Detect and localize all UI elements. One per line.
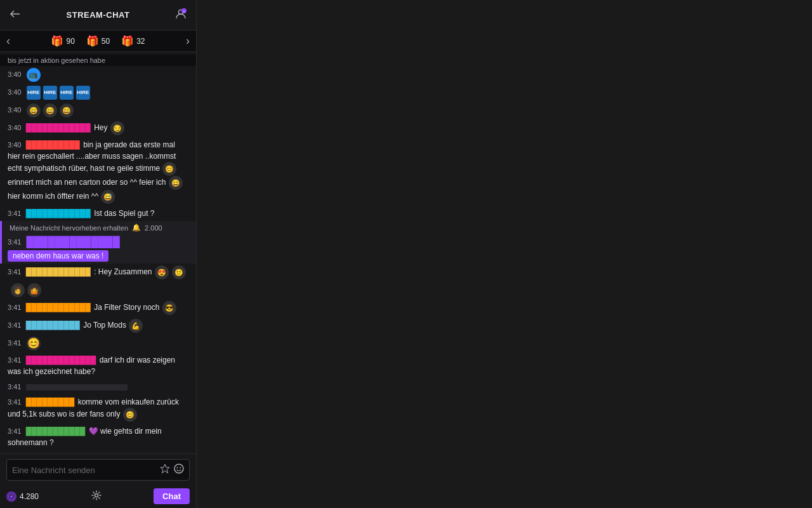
svg-text:+: + <box>183 10 185 13</box>
emote-icon: 😎 <box>162 301 176 315</box>
msg-username: ████████████ <box>26 267 91 276</box>
msg-time: 3:41 <box>8 268 21 276</box>
msg-text: Ja Filter Story noch <box>94 303 162 312</box>
gift-item-3[interactable]: 🎁 32 <box>121 35 145 47</box>
message-row: 3:40 ████████████ Hey 😏 <box>0 119 196 137</box>
gift-bar: ‹ 🎁 90 🎁 50 🎁 32 › <box>0 30 196 52</box>
highlighted-text: neben dem haus war was ! <box>8 250 108 262</box>
message-row: 3:41 █████████████ darf ich dir was zeig… <box>0 352 196 379</box>
emote-icon: 🙂 <box>172 265 186 279</box>
svg-point-9 <box>95 493 98 497</box>
gift-count-1: 90 <box>66 37 74 46</box>
settings-icon[interactable] <box>91 490 102 503</box>
gift-icon-1: 🎁 <box>51 35 63 47</box>
gift-item-2[interactable]: 🎁 50 <box>86 35 110 47</box>
viewer-number: 4.280 <box>20 492 39 501</box>
gift-count-3: 32 <box>136 37 145 46</box>
chat-messages: bis jetzt in aktion gesehen habe 3:40 📺 … <box>0 52 196 453</box>
msg-time: 3:41 <box>8 383 21 391</box>
highlight-bell-icon: 🔔 <box>132 224 141 232</box>
emote-hire: HIRE <box>43 86 57 100</box>
message-row: 3:40 📺 <box>0 66 196 84</box>
emote-face: 😄 <box>60 104 74 117</box>
emote-hire: HIRE <box>27 86 41 100</box>
emote-icon: 😄 <box>169 176 183 190</box>
svg-point-5 <box>177 467 178 469</box>
msg-time: 3:41 <box>8 427 21 435</box>
message-row: 3:40 ██████████ bin ja gerade das erste … <box>0 137 196 206</box>
emote-icon: 😅 <box>101 190 115 204</box>
msg-username: █████████ <box>26 398 75 406</box>
message-row: 3:40 😄 😄 😄 <box>0 102 196 119</box>
message-row: 3:41 ███████████ 💜 wie gehts dir mein so… <box>0 424 196 450</box>
msg-username: ████████████ <box>26 209 91 218</box>
msg-time: 3:40 <box>8 88 21 96</box>
msg-time: 3:40 <box>8 141 21 149</box>
chat-input-wrap <box>6 459 190 481</box>
chat-input[interactable] <box>12 465 156 475</box>
back-icon[interactable] <box>8 9 23 22</box>
gift-count-2: 50 <box>102 37 110 46</box>
msg-text: hier komm ich öffter rein ^^ <box>8 192 100 201</box>
highlighted-message: 3:41 █████████████ neben dem haus war wa… <box>0 234 196 264</box>
msg-text: Jo Top Mods <box>83 321 128 330</box>
msg-text: erinnert mich an nen carton oder so ^^ f… <box>8 178 168 187</box>
emote-icon: 😊 <box>27 337 41 351</box>
highlight-cost: 2.000 <box>145 224 162 232</box>
msg-username: █████████████ <box>26 356 96 364</box>
message-row: 3:41 ████████████ Ist das Spiel gut ? <box>0 206 196 221</box>
chat-input-area <box>0 453 196 485</box>
msg-time: 3:41 <box>8 356 21 364</box>
highlight-label: Meine Nachricht hervorheben erhalten <box>10 224 128 232</box>
emote-face: 😄 <box>27 104 41 117</box>
msg-time: 3:41 <box>8 339 21 347</box>
svg-point-8 <box>10 495 13 498</box>
empty-bar <box>26 384 128 391</box>
message-row: 3:41 ████████████ Ja Filter Story noch 😎 <box>0 299 196 317</box>
msg-text: Hey <box>94 123 110 132</box>
user-icon[interactable]: + <box>173 8 188 22</box>
emote-icon: 📺 <box>27 68 41 82</box>
message-row: 3:40 HIRE HIRE HIRE HIRE <box>0 84 196 102</box>
chat-title: STREAM-CHAT <box>23 10 173 20</box>
msg-time: 3:41 <box>8 238 21 246</box>
gift-item-1[interactable]: 🎁 90 <box>51 35 74 47</box>
emote-face: 😄 <box>43 104 57 117</box>
points-icon[interactable] <box>160 464 170 476</box>
gift-icon-2: 🎁 <box>86 35 99 47</box>
chat-button[interactable]: Chat <box>154 488 190 504</box>
message-row: 3:41 █████████ komme vom einkaufen zurüc… <box>0 394 196 424</box>
emote-hire: HIRE <box>60 86 74 100</box>
message-row: 3:41 ████████████ : Hey Zusammen 😍 🙂 <box>0 264 196 281</box>
emote-icon: 💪 <box>129 319 143 333</box>
emote-icon: 😍 <box>155 265 169 279</box>
emote-picker-icon[interactable] <box>174 464 184 476</box>
msg-text: Ist das Spiel gut ? <box>94 209 154 218</box>
msg-time: 3:40 <box>8 70 21 78</box>
gift-next-button[interactable]: › <box>185 34 191 48</box>
msg-time: 3:40 <box>8 124 21 131</box>
emote-hire: HIRE <box>76 86 90 100</box>
emote-icon: 😏 <box>110 121 124 135</box>
gift-icon-3: 🎁 <box>121 35 134 47</box>
highlight-info-bar: Meine Nachricht hervorheben erhalten 🔔 2… <box>0 221 196 234</box>
emote-icon: 😊 <box>123 408 137 422</box>
context-text: bis jetzt in aktion gesehen habe <box>8 57 105 64</box>
main-content <box>197 0 812 508</box>
msg-username: ██████████ <box>26 321 80 330</box>
msg-username: ████████████ <box>26 303 91 312</box>
msg-text: : Hey Zusammen <box>94 267 154 276</box>
svg-point-6 <box>180 467 181 469</box>
msg-time: 3:41 <box>8 210 21 217</box>
gift-prev-button[interactable]: ‹ <box>5 34 11 48</box>
msg-time: 3:41 <box>8 304 21 311</box>
msg-time: 3:40 <box>8 106 21 114</box>
svg-marker-3 <box>160 464 169 473</box>
emote-face: 🤷 <box>27 283 41 297</box>
message-row: 3:41 <box>0 379 196 394</box>
message-row: 👩 🤷 <box>0 281 196 299</box>
msg-username: █████████████ <box>26 236 119 248</box>
chat-header: STREAM-CHAT + <box>0 0 196 30</box>
msg-username: ██████████ <box>26 140 80 149</box>
chat-bottom-bar: 4.280 Chat <box>0 485 196 508</box>
